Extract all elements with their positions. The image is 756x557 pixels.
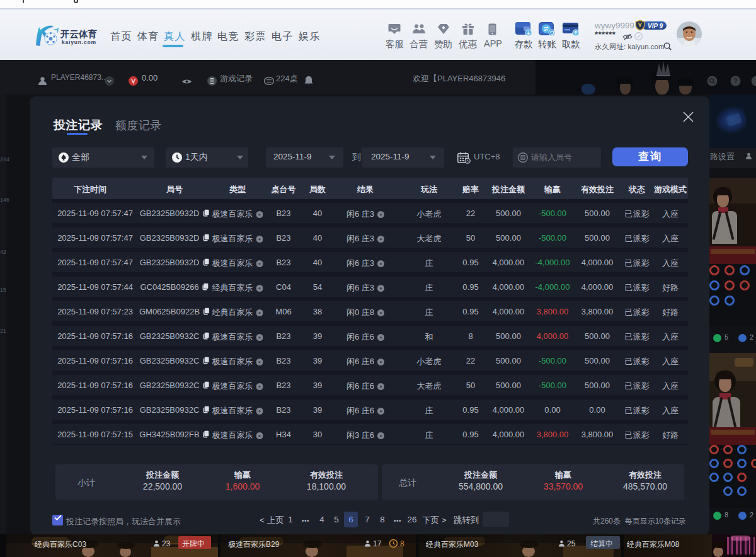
svg-text:?: ? (733, 78, 737, 84)
